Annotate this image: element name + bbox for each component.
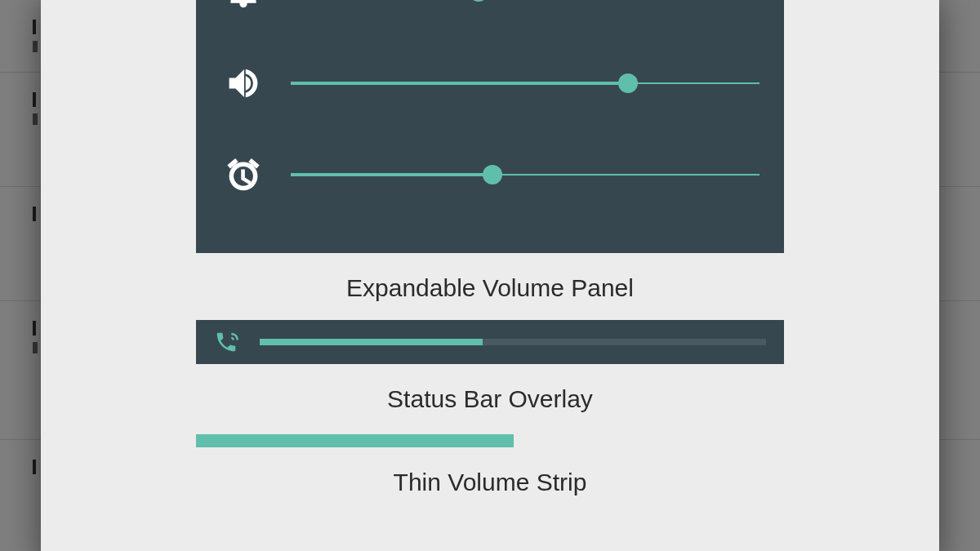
alarm-icon — [220, 152, 266, 198]
notification-volume-row — [220, 0, 760, 38]
status-bar-overlay[interactable] — [196, 320, 784, 364]
volume-styles-modal: Expandable Volume Panel Status Bar Overl… — [41, 0, 939, 551]
status-bar-caption: Status Bar Overlay — [387, 385, 593, 413]
media-volume-row — [220, 38, 760, 129]
alarm-volume-row — [220, 129, 760, 220]
media-volume-slider[interactable] — [291, 73, 760, 93]
thin-strip-caption: Thin Volume Strip — [394, 469, 587, 496]
phone-ring-icon — [214, 330, 238, 354]
speaker-icon — [220, 60, 266, 106]
expandable-caption: Expandable Volume Panel — [346, 274, 634, 302]
notification-volume-slider[interactable] — [291, 0, 760, 2]
alarm-volume-slider[interactable] — [291, 165, 760, 184]
status-bar-slider[interactable] — [260, 339, 766, 345]
expandable-volume-panel — [196, 0, 784, 253]
thin-volume-strip[interactable] — [196, 434, 784, 447]
bell-icon — [220, 0, 266, 15]
